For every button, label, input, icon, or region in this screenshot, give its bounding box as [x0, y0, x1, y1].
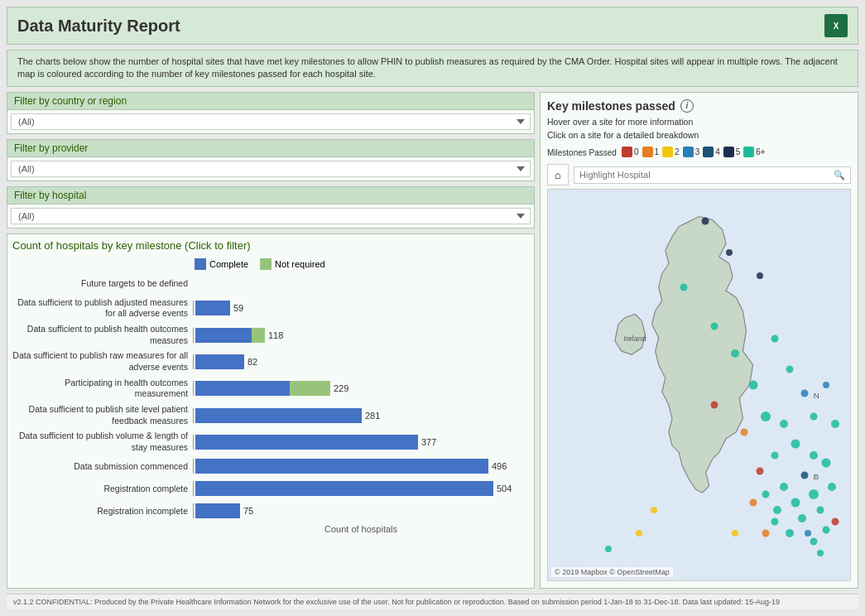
map-dot[interactable]	[791, 498, 800, 507]
map-container[interactable]: Ireland N B © 2019 Mapbox © OpenStreetMa…	[547, 189, 851, 581]
map-controls: ⌂ 🔍	[547, 164, 851, 185]
bar-row[interactable]: Data sufficient to publish raw measures …	[12, 350, 529, 373]
map-dot[interactable]	[771, 452, 778, 460]
map-dot[interactable]	[750, 498, 757, 506]
map-dot[interactable]	[680, 284, 688, 291]
excel-export-button[interactable]: X	[824, 14, 848, 37]
map-dot[interactable]	[757, 272, 763, 279]
bar-label: Data sufficient to publish raw measures …	[12, 350, 193, 373]
map-dot[interactable]	[791, 439, 800, 448]
map-dot[interactable]	[831, 420, 839, 428]
bar-value-label: 229	[334, 383, 348, 393]
map-dot[interactable]	[762, 530, 769, 537]
map-dot[interactable]	[817, 550, 824, 556]
map-dot[interactable]	[810, 451, 818, 460]
map-dot[interactable]	[749, 381, 758, 390]
bar-label: Registration incomplete	[12, 506, 193, 517]
filter-country-wrapper: (All)	[11, 113, 531, 130]
milestone-num-label: 6+	[756, 147, 765, 156]
bar-row[interactable]: Data sufficient to publish site level pa…	[12, 404, 529, 426]
map-title: Key milestones passed	[547, 99, 675, 113]
bar-row[interactable]: Future targets to be defined	[12, 275, 529, 293]
bar-label: Future targets to be defined	[12, 278, 193, 290]
map-dot[interactable]	[761, 411, 771, 421]
bar-label: Participating in health outcomes measure…	[12, 378, 193, 400]
map-dot[interactable]	[771, 518, 778, 526]
map-dot[interactable]	[831, 518, 839, 526]
map-dot[interactable]	[801, 389, 809, 397]
bar-not-required	[252, 328, 265, 343]
map-dot[interactable]	[810, 412, 818, 420]
bar-wrapper: 229	[193, 381, 529, 396]
bar-row[interactable]: Registration incomplete75	[12, 502, 529, 520]
bar-wrapper: 504	[193, 481, 529, 496]
bar-row[interactable]: Data sufficient to publish volume & leng…	[12, 431, 529, 453]
bar-row[interactable]: Data sufficient to publish adjusted meas…	[12, 297, 529, 320]
milestone-legend: Milestones Passed 0123456+	[547, 147, 851, 159]
map-dot[interactable]	[756, 467, 763, 474]
map-dot[interactable]	[636, 530, 642, 537]
map-dot[interactable]	[710, 323, 718, 330]
map-dot[interactable]	[816, 507, 824, 514]
map-dot[interactable]	[809, 489, 819, 499]
milestone-num-label: 4	[715, 147, 720, 156]
map-hint-1: Hover over a site for more information	[547, 116, 851, 129]
svg-text:B: B	[814, 472, 819, 481]
map-dot[interactable]	[823, 382, 829, 388]
filter-country-select[interactable]: (All)	[12, 114, 530, 129]
home-button[interactable]: ⌂	[547, 164, 569, 185]
map-dot[interactable]	[771, 334, 778, 342]
bar-complete	[195, 301, 230, 315]
milestone-legend-item: 5	[723, 147, 741, 157]
bar-row[interactable]: Data submission commenced496	[12, 457, 529, 475]
milestone-color-box	[723, 147, 734, 157]
map-dot[interactable]	[805, 530, 811, 537]
bar-label: Data sufficient to publish site level pa…	[12, 404, 193, 426]
map-dot[interactable]	[605, 546, 612, 552]
map-dot[interactable]	[821, 459, 830, 468]
map-dot[interactable]	[828, 483, 836, 491]
map-dot[interactable]	[786, 366, 794, 373]
filter-hospital-select[interactable]: (All)	[12, 209, 530, 224]
bar-row[interactable]: Registration complete504	[12, 479, 529, 498]
map-dot[interactable]	[651, 507, 657, 513]
legend-not-required-box	[260, 258, 272, 270]
milestone-color-box	[642, 147, 653, 157]
bar-complete	[195, 354, 244, 369]
milestone-legend-item: 4	[703, 147, 720, 157]
svg-text:N: N	[814, 391, 819, 400]
filter-country-section: Filter by country or region (All)	[7, 92, 535, 134]
bar-label: Data sufficient to publish volume & leng…	[12, 431, 193, 453]
map-dot[interactable]	[701, 218, 709, 225]
bar-row[interactable]: Data sufficient to publish health outcom…	[12, 324, 529, 346]
bar-value-label: 281	[365, 411, 380, 421]
hospital-search-input[interactable]	[579, 170, 834, 180]
map-dot[interactable]	[810, 537, 818, 545]
bar-row[interactable]: Participating in health outcomes measure…	[12, 378, 529, 400]
milestone-color-box	[662, 147, 673, 157]
bar-complete	[195, 503, 240, 518]
map-dot[interactable]	[798, 514, 806, 522]
bar-complete	[195, 481, 493, 496]
filter-provider-select[interactable]: (All)	[12, 161, 530, 176]
map-dot[interactable]	[726, 249, 733, 256]
map-dot[interactable]	[732, 530, 738, 537]
svg-text:Ireland: Ireland	[623, 334, 646, 343]
description-text: The charts below show the number of hosp…	[7, 50, 858, 87]
filter-country-label: Filter by country or region	[7, 93, 534, 110]
map-dot[interactable]	[780, 420, 788, 428]
map-dot[interactable]	[786, 529, 794, 537]
map-dot[interactable]	[780, 483, 788, 491]
milestone-num-label: 1	[655, 147, 660, 156]
map-dot[interactable]	[773, 506, 781, 514]
info-icon[interactable]: i	[680, 99, 694, 113]
bar-value-label: 496	[492, 461, 507, 471]
milestone-color-box	[703, 147, 714, 157]
map-dot[interactable]	[822, 526, 829, 533]
map-dot[interactable]	[741, 428, 748, 436]
map-dot[interactable]	[801, 471, 809, 479]
map-dot[interactable]	[710, 401, 718, 408]
bar-value-label: 504	[497, 484, 512, 493]
map-dot[interactable]	[731, 349, 739, 358]
map-dot[interactable]	[762, 491, 769, 498]
